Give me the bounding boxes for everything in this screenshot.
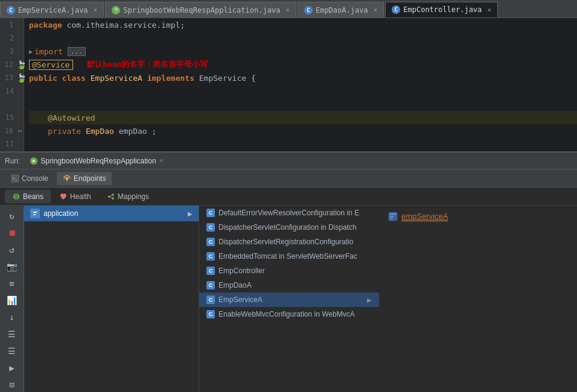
- tree-item-application[interactable]: application ▶: [24, 206, 199, 221]
- bean-item-emp-controller[interactable]: C EmpController: [199, 264, 379, 278]
- bean-comment: 默认bean的名字：类名首字母小写: [87, 59, 208, 70]
- collapsed-imports[interactable]: ...: [68, 47, 86, 56]
- beans-list: C DefaultErrorViewResolverConfiguration …: [199, 206, 379, 392]
- tab-endpoints[interactable]: Endpoints: [57, 172, 112, 185]
- tab-close-icon[interactable]: ×: [487, 6, 491, 14]
- tab-emp-controller[interactable]: C EmpController.java ×: [385, 2, 498, 17]
- mappings-tab-label: Mappings: [118, 192, 149, 201]
- health-tab-label: Health: [70, 192, 91, 201]
- refresh-button[interactable]: ↻: [4, 209, 21, 223]
- minimize-button[interactable]: ⊟: [4, 378, 21, 392]
- list-button[interactable]: ≡: [4, 276, 21, 291]
- tab-bar: C EmpServiceA.java × 🍃 SpringbootWebReqR…: [0, 0, 577, 18]
- tab-close-icon[interactable]: ×: [374, 6, 378, 14]
- line-number: 15: [0, 113, 17, 122]
- code-line-2: [29, 31, 577, 45]
- line-number: 16: [0, 127, 16, 135]
- gutter-row-1: 1: [0, 18, 24, 31]
- svg-rect-14: [33, 212, 37, 213]
- run-tab[interactable]: SpringbootWebReqRespApplication ×: [25, 156, 168, 166]
- emp-service-link[interactable]: empServiceA: [401, 212, 448, 221]
- bean-item-enable-mvc[interactable]: C EnableWebMvcConfiguration in WebMvcA: [199, 307, 379, 321]
- bean-label: EmpServiceA: [218, 296, 263, 304]
- bean-class-icon: C: [206, 281, 215, 289]
- left-sidebar: ↻ ⏹ ↺ 📷 ≡ 📊 ↓ ☰ ☰ ▶ ⊟: [0, 206, 24, 392]
- code-line-empty: [29, 98, 577, 111]
- bean-class-icon: C: [206, 223, 215, 232]
- bean-label: DispatcherServletRegistrationConfigurati…: [218, 238, 353, 246]
- tab-emp-service-a[interactable]: C EmpServiceA.java ×: [0, 2, 104, 17]
- gutter-row-15: 15: [0, 111, 24, 124]
- code-line-3: ▶ import ...: [29, 45, 577, 58]
- svg-point-8: [108, 195, 110, 198]
- run-tab-close-icon[interactable]: ×: [160, 157, 164, 164]
- line-number: 1: [0, 21, 16, 29]
- line-number: 17: [0, 140, 17, 148]
- bean-label: EmpDaoA: [218, 281, 252, 289]
- panel-tabs: Console Endpoints: [0, 169, 577, 188]
- mappings-icon: [107, 192, 115, 201]
- import-button[interactable]: ↓: [4, 310, 21, 324]
- tree-expand-icon[interactable]: ▶: [188, 210, 193, 217]
- tab-label: EmpController.java: [403, 5, 482, 14]
- bean-label: EnableWebMvcConfiguration in WebMvcA: [218, 310, 355, 318]
- rerun-button[interactable]: ↺: [4, 242, 21, 257]
- right-panel: empServiceA: [379, 206, 577, 392]
- run-button[interactable]: ▶: [4, 361, 21, 375]
- line-gutter: 1 2 3 12 🍃 13 🍃 14 15 16 ↩ 1: [0, 18, 24, 151]
- code-content: package com.itheima.service.impl; ▶ impo…: [24, 18, 577, 151]
- tab-mappings[interactable]: Mappings: [100, 190, 156, 203]
- tab-springboot-app[interactable]: 🍃 SpringbootWebReqRespApplication.java ×: [105, 2, 296, 17]
- tab-close-icon[interactable]: ×: [94, 6, 98, 14]
- bean-item-emp-dao-a[interactable]: C EmpDaoA: [199, 278, 379, 292]
- tab-close-icon[interactable]: ×: [285, 6, 290, 14]
- tab-beans[interactable]: Beans: [5, 190, 51, 203]
- svg-rect-18: [390, 216, 394, 217]
- code-line-13: public class EmpServiceA implements EmpS…: [29, 71, 577, 84]
- menu-button[interactable]: ☰: [4, 327, 21, 341]
- bean-item-dispatcher[interactable]: C DispatcherServletConfiguration in Disp…: [199, 220, 379, 235]
- tab-label: SpringbootWebReqRespApplication.java: [123, 6, 280, 14]
- tab-console[interactable]: Console: [5, 172, 54, 185]
- beans-tab-label: Beans: [23, 192, 43, 201]
- content-area: ↻ ⏹ ↺ 📷 ≡ 📊 ↓ ☰ ☰ ▶ ⊟ applic: [0, 206, 577, 392]
- svg-line-12: [110, 197, 112, 198]
- tab-emp-dao-a[interactable]: C EmpDaoA.java ×: [298, 2, 384, 17]
- java-icon: C: [304, 6, 313, 14]
- code-line-1: package com.itheima.service.impl;: [29, 18, 577, 31]
- gutter-row-14: 14: [0, 84, 24, 98]
- spring-gutter-icon: 🍃: [16, 60, 24, 69]
- svg-rect-19: [390, 218, 393, 219]
- bean-class-icon: C: [206, 267, 215, 275]
- java-icon: C: [392, 5, 400, 14]
- bottom-panel: Run: SpringbootWebReqRespApplication × C…: [0, 151, 577, 392]
- code-line-15: @Autowired: [29, 111, 577, 124]
- bean-item-emp-service-a[interactable]: C EmpServiceA ▶: [199, 292, 379, 307]
- stop-button[interactable]: ⏹: [4, 226, 21, 240]
- emp-service-icon: [388, 212, 398, 221]
- chart-button[interactable]: 📊: [4, 293, 21, 308]
- code-line-14: [29, 84, 577, 98]
- tab-health[interactable]: Health: [52, 190, 98, 203]
- console-tab-label: Console: [22, 174, 48, 183]
- tab-label: EmpServiceA.java: [18, 6, 88, 14]
- gutter-row-3: 3: [0, 45, 24, 58]
- bean-item-dispatcher-reg[interactable]: C DispatcherServletRegistrationConfigura…: [199, 235, 379, 249]
- autowire-icon: ↩: [16, 127, 24, 135]
- gutter-row-12: 12 🍃: [0, 58, 24, 71]
- bean-label: DispatcherServletConfiguration in Dispat…: [218, 223, 357, 232]
- svg-point-3: [66, 177, 69, 180]
- bean-label: EmbeddedTomcat in ServletWebServerFac: [218, 252, 357, 261]
- line-number: 12: [0, 60, 16, 69]
- bean-item-default-error[interactable]: C DefaultErrorViewResolverConfiguration …: [199, 206, 379, 220]
- run-bar: Run: SpringbootWebReqRespApplication ×: [0, 153, 577, 169]
- bean-class-icon: C: [206, 209, 215, 217]
- gutter-row-16: 16 ↩: [0, 124, 24, 138]
- tab-label: EmpDaoA.java: [316, 6, 368, 14]
- fold-icon[interactable]: ▶: [29, 48, 33, 55]
- camera-button[interactable]: 📷: [4, 259, 21, 274]
- line-number: 2: [0, 34, 17, 42]
- settings-button[interactable]: ☰: [4, 344, 21, 358]
- bean-item-embedded-tomcat[interactable]: C EmbeddedTomcat in ServletWebServerFac: [199, 249, 379, 264]
- code-line-17: [29, 138, 577, 151]
